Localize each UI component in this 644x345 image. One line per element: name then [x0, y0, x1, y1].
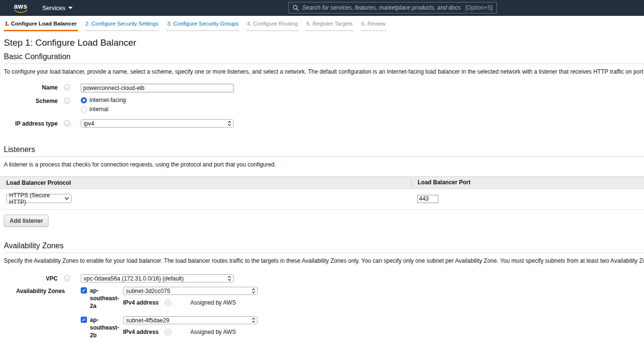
column-header-port: Load Balancer Port [411, 179, 644, 187]
basic-configuration-section: Basic Configuration To configure your lo… [4, 52, 644, 128]
search-icon [293, 5, 299, 11]
ipv4-address-label: IPv4 address [123, 299, 159, 306]
port-input[interactable] [417, 195, 438, 203]
select-stepper-icon [228, 276, 231, 281]
vpc-label: VPC [4, 274, 58, 282]
tab-review: 6. Review [360, 21, 387, 31]
scheme-option-label: internal [89, 106, 108, 113]
listeners-table: Load Balancer Protocol Load Balancer Por… [0, 176, 644, 210]
select-stepper-icon [252, 288, 255, 294]
scheme-option-label: internet-facing [89, 97, 126, 103]
ip-address-type-value: ipv4 [84, 120, 94, 127]
tab-configure-load-balancer[interactable]: 1. Configure Load Balancer [4, 21, 78, 31]
listeners-heading: Listeners [4, 145, 644, 154]
tab-configure-security-groups[interactable]: 3. Configure Security Groups [166, 21, 239, 31]
scheme-option-internet-facing[interactable]: internet-facing [81, 97, 126, 103]
subnet-select-ap-southeast-2a[interactable]: subnet-3d2cc075 [123, 287, 258, 295]
services-label: Services [42, 5, 65, 12]
tab-configure-security-settings[interactable]: 2. Configure Security Settings [85, 21, 160, 31]
vpc-info-icon[interactable]: i [64, 275, 70, 281]
zone-row-ap-southeast-2a: ap-southeast-2a subnet-3d2cc075 IPv4 add… [81, 287, 271, 310]
ipv4-address-value: Assigned by AWS [190, 299, 236, 306]
page-title: Step 1: Configure Load Balancer [4, 38, 644, 48]
availability-zones-section: Availability Zones Specify the Availabil… [4, 242, 644, 345]
select-stepper-icon [228, 121, 231, 126]
ip-address-type-info-icon[interactable]: i [64, 120, 70, 127]
ipv4-address-label: IPv4 address [123, 329, 159, 335]
listeners-table-header: Load Balancer Protocol Load Balancer Por… [0, 177, 644, 189]
radio-unselected-icon[interactable] [81, 106, 87, 113]
name-row: Name i [4, 83, 644, 92]
global-search[interactable]: [Option+S] [288, 2, 497, 13]
search-shortcut-hint: [Option+S] [465, 4, 493, 11]
main-content: Step 1: Configure Load Balancer Basic Co… [0, 38, 644, 345]
zone-name: ap-southeast-2b [90, 316, 122, 339]
aws-logo[interactable]: aws [13, 3, 28, 13]
section-divider [4, 253, 644, 253]
zone-checkbox-ap-southeast-2b[interactable] [81, 317, 87, 323]
availability-zones-heading: Availability Zones [4, 242, 644, 250]
services-caret-icon [68, 7, 73, 9]
zone-row-ap-southeast-2b: ap-southeast-2b subnet-4f5dae29 IPv4 add… [81, 316, 271, 339]
wizard-steps: 1. Configure Load Balancer 2. Configure … [0, 16, 644, 31]
listener-row: HTTPS (Secure HTTP) [0, 189, 644, 210]
ipv4-address-info-icon[interactable]: i [165, 300, 171, 306]
scheme-label: Scheme [4, 97, 58, 104]
name-info-icon[interactable]: i [64, 84, 70, 90]
zone-checkbox-ap-southeast-2a[interactable] [81, 287, 87, 294]
listeners-section: Listeners A listener is a process that c… [4, 145, 644, 227]
aws-logo-text: aws [13, 3, 28, 10]
protocol-value: HTTPS (Secure HTTP) [9, 192, 64, 205]
ipv4-address-row: IPv4 address i Assigned by AWS [123, 299, 258, 306]
aws-smile-icon [13, 9, 28, 13]
availability-zones-row: Availability Zones ap-southeast-2a subne… [4, 287, 644, 345]
name-label: Name [4, 83, 58, 91]
vpc-row: VPC i vpc-0daea56a (172.31.0.0/16) (defa… [4, 274, 644, 282]
select-stepper-icon [252, 318, 255, 323]
listeners-description: A listener is a process that checks for … [4, 161, 644, 168]
zone-name: ap-southeast-2a [90, 287, 122, 310]
basic-configuration-heading: Basic Configuration [4, 52, 644, 61]
radio-selected-icon[interactable] [81, 97, 87, 103]
vpc-value: vpc-0daea56a (172.31.0.0/16) (default) [84, 275, 184, 282]
select-chevron-down-icon [64, 197, 69, 200]
ip-address-type-select[interactable]: ipv4 [81, 119, 234, 128]
add-listener-button[interactable]: Add listener [4, 215, 49, 227]
ipv4-address-row: IPv4 address i Assigned by AWS [123, 329, 258, 335]
scheme-row: Scheme i internet-facing internal [4, 97, 644, 115]
subnet-select-ap-southeast-2b[interactable]: subnet-4f5dae29 [123, 316, 258, 324]
name-input[interactable] [81, 84, 234, 92]
scheme-option-internal[interactable]: internal [81, 106, 126, 113]
protocol-select[interactable]: HTTPS (Secure HTTP) [6, 194, 72, 203]
subnet-value: subnet-3d2cc075 [126, 288, 170, 294]
subnet-value: subnet-4f5dae29 [126, 317, 169, 324]
availability-zones-label: Availability Zones [4, 287, 65, 294]
ip-address-type-row: IP address type i ipv4 [4, 119, 644, 128]
vpc-select[interactable]: vpc-0daea56a (172.31.0.0/16) (default) [81, 274, 234, 282]
scheme-info-icon[interactable]: i [64, 98, 70, 104]
services-menu[interactable]: Services [42, 5, 73, 12]
search-input[interactable] [302, 4, 465, 11]
section-divider [4, 64, 644, 64]
column-header-protocol: Load Balancer Protocol [0, 179, 411, 186]
top-nav: aws Services [Option+S] [0, 0, 644, 16]
ipv4-address-value: Assigned by AWS [190, 329, 236, 335]
tab-configure-routing: 4. Configure Routing [246, 21, 298, 31]
basic-configuration-description: To configure your load balancer, provide… [4, 68, 644, 75]
ipv4-address-info-icon[interactable]: i [165, 329, 171, 335]
tab-register-targets: 5. Register Targets [305, 21, 353, 31]
section-divider [4, 156, 644, 157]
ip-address-type-label: IP address type [4, 119, 58, 127]
availability-zones-description: Specify the Availability Zones to enable… [4, 257, 644, 264]
